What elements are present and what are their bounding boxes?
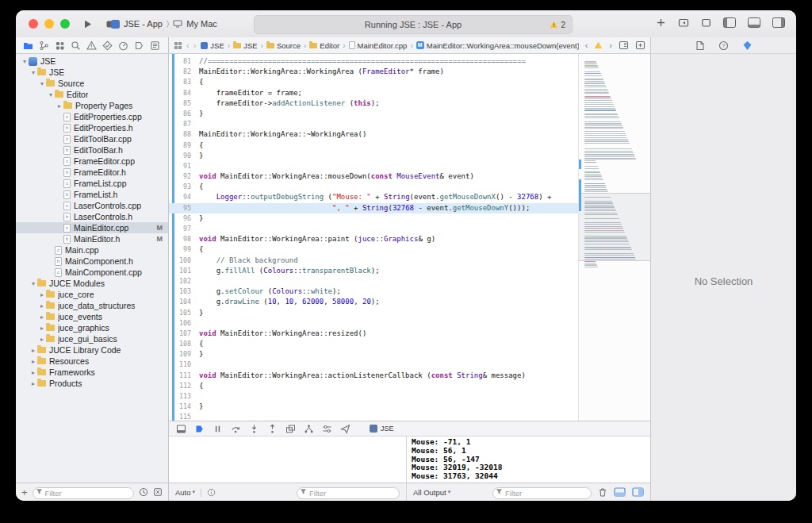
code-line[interactable]: 81//====================================…: [169, 56, 579, 67]
quick-help-inspector-icon[interactable]: ?: [718, 40, 729, 51]
console[interactable]: Mouse: -71, 1Mouse: 56, 1Mouse: 56, -147…: [406, 436, 650, 483]
line-number[interactable]: 103: [169, 286, 199, 297]
code-line[interactable]: 95 ", " + String(32768 - event.getMouseD…: [169, 203, 579, 213]
code-line[interactable]: 97: [169, 224, 579, 234]
code-line[interactable]: 88MainEditor::WorkingArea::~WorkingArea(…: [169, 129, 579, 140]
environment-overrides-icon[interactable]: [322, 424, 332, 434]
file-tree-item-juce-graphics[interactable]: ▸juce_graphics: [16, 322, 168, 333]
code-line[interactable]: 115: [169, 412, 579, 421]
code-line[interactable]: 110: [169, 360, 579, 370]
file-inspector-icon[interactable]: [695, 40, 705, 51]
console-pane-toggle-icon[interactable]: [614, 487, 626, 497]
file-tree-item-editproperties-h[interactable]: hEditProperties.h: [16, 122, 168, 133]
line-number[interactable]: 87: [169, 119, 199, 129]
line-number[interactable]: 92: [169, 171, 199, 182]
code-line[interactable]: 108{: [169, 339, 579, 349]
breadcrumb-item[interactable]: Source: [266, 41, 301, 50]
code-line[interactable]: 87: [169, 119, 579, 129]
disclosure-triangle[interactable]: ▸: [56, 102, 63, 110]
line-number[interactable]: 114: [169, 402, 199, 412]
code-line[interactable]: 98void MainEditor::WorkingArea::paint (j…: [169, 234, 579, 244]
code-line[interactable]: 96}: [169, 213, 579, 224]
file-tree-item-framelist-cpp[interactable]: cFrameList.cpp: [16, 178, 168, 189]
source-control-status-icon[interactable]: [153, 487, 163, 497]
line-number[interactable]: 82: [169, 67, 199, 77]
toggle-inspector-button[interactable]: [772, 17, 785, 28]
line-number[interactable]: 88: [169, 129, 199, 140]
test-navigator-icon[interactable]: [102, 40, 113, 51]
disclosure-triangle[interactable]: ▸: [29, 369, 37, 376]
code-line[interactable]: 109}: [169, 349, 579, 360]
breadcrumb-item[interactable]: JSE: [233, 41, 257, 50]
code-line[interactable]: 113: [169, 391, 579, 402]
zoom-window-button[interactable]: [60, 19, 70, 29]
line-number[interactable]: 98: [169, 234, 199, 244]
source-control-navigator-icon[interactable]: [39, 40, 49, 51]
source-editor[interactable]: 81//====================================…: [169, 54, 650, 421]
file-tree-item-edittoolbar-cpp[interactable]: cEditToolBar.cpp: [16, 133, 168, 144]
line-number[interactable]: 95: [169, 203, 199, 213]
line-number[interactable]: 85: [169, 98, 199, 109]
line-number[interactable]: 97: [169, 224, 199, 234]
line-number[interactable]: 101: [169, 266, 199, 276]
run-button[interactable]: [82, 17, 95, 30]
line-number[interactable]: 86: [169, 109, 199, 119]
line-number[interactable]: 91: [169, 161, 199, 171]
code-line[interactable]: 106: [169, 318, 579, 329]
toggle-debug-area-button[interactable]: [748, 17, 760, 28]
add-file-button[interactable]: +: [21, 487, 28, 498]
file-tree-item-lasercontrols-h[interactable]: hLaserControls.h: [16, 211, 168, 222]
breadcrumb-item[interactable]: MainEditor.cpp: [349, 41, 408, 50]
process-badge[interactable]: JSE: [370, 425, 394, 433]
minimap[interactable]: [578, 54, 650, 421]
line-number[interactable]: 83: [169, 77, 199, 87]
code-line[interactable]: 104 g.drawLine (10, 10, 62000, 58000, 20…: [169, 297, 579, 307]
line-number[interactable]: 111: [169, 371, 199, 381]
line-number[interactable]: 109: [169, 349, 199, 360]
file-tree-item-maineditor-h[interactable]: hMainEditor.hM: [16, 233, 168, 244]
file-tree-item-maincomponent-cpp[interactable]: cMainComponent.cpp: [16, 267, 168, 278]
file-tree-item-jse[interactable]: ▾JSE: [16, 67, 168, 78]
disclosure-triangle[interactable]: ▸: [29, 358, 37, 365]
disclosure-triangle[interactable]: ▾: [29, 280, 37, 287]
console-output-selector[interactable]: All Output▾: [413, 488, 450, 497]
variables-view[interactable]: [169, 436, 406, 483]
recent-files-icon[interactable]: [139, 487, 148, 497]
line-number[interactable]: 108: [169, 339, 199, 349]
simulate-location-icon[interactable]: [340, 424, 350, 434]
line-number[interactable]: 93: [169, 182, 199, 192]
code-line[interactable]: 114}: [169, 402, 579, 412]
editor-options-icon[interactable]: [619, 40, 629, 50]
scheme-selector[interactable]: JSE - App 〉 My Mac: [111, 17, 217, 31]
file-tree-item-products[interactable]: ▸Products: [16, 378, 168, 389]
file-tree-item-juce-gui-basics[interactable]: ▸juce_gui_basics: [16, 333, 168, 344]
disclosure-triangle[interactable]: ▸: [38, 325, 46, 332]
disclosure-triangle[interactable]: ▾: [21, 58, 29, 65]
line-number[interactable]: 100: [169, 256, 199, 266]
file-tree-item-frameeditor-h[interactable]: hFrameEditor.h: [16, 167, 168, 178]
code-line[interactable]: 86}: [169, 109, 579, 119]
file-tree-item-juce-library-code[interactable]: ▸JUCE Library Code: [16, 344, 168, 356]
disclosure-triangle[interactable]: ▸: [29, 380, 37, 387]
file-tree-item-framelist-h[interactable]: hFrameList.h: [16, 189, 168, 200]
breadcrumb-item[interactable]: Editor: [309, 41, 339, 50]
disclosure-triangle[interactable]: ▸: [38, 336, 46, 343]
disclosure-triangle[interactable]: ▾: [29, 69, 37, 76]
disclosure-triangle[interactable]: ▸: [38, 291, 46, 298]
file-tree-item-resources[interactable]: ▸Resources: [16, 356, 168, 367]
code-line[interactable]: 102: [169, 276, 579, 286]
navigator-filter-input[interactable]: [33, 487, 134, 499]
library-add-icon[interactable]: [656, 17, 666, 28]
issue-navigator-icon[interactable]: [86, 40, 97, 51]
report-navigator-icon[interactable]: [150, 40, 160, 51]
file-tree-item-frameworks[interactable]: ▸Frameworks: [16, 367, 168, 378]
line-number[interactable]: 102: [169, 276, 199, 286]
line-number[interactable]: 110: [169, 360, 199, 370]
line-number[interactable]: 105: [169, 308, 199, 318]
step-into-icon[interactable]: [249, 424, 259, 434]
file-tree-item-edittoolbar-h[interactable]: hEditToolBar.h: [16, 144, 168, 156]
pause-execution-icon[interactable]: [213, 424, 223, 434]
variables-filter-input[interactable]: [297, 487, 400, 499]
close-window-button[interactable]: [29, 19, 38, 29]
code-line[interactable]: 103 g.setColour (Colours::white);: [169, 286, 579, 297]
